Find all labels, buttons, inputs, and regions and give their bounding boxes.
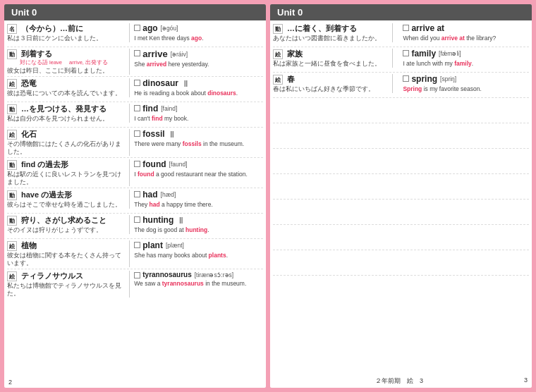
right-entry-arrive-at: 動 …に着く、到着する あなたはいつ図書館に着きましたか。 arrive at …	[273, 22, 529, 47]
icon-had: 動	[7, 190, 17, 200]
left-footer: 2	[4, 379, 266, 386]
empty-entry-5	[273, 200, 529, 225]
right-entry-family: 絵 家族 私は家族と一緒に昼食を食べました。 family [fǽməli] I…	[273, 47, 529, 73]
right-col-arrive: arrive [əráiv] She arrived here yesterda…	[130, 49, 263, 68]
checkbox-tyrannosaurus[interactable]	[134, 272, 140, 278]
left-col-plant: 絵 植物 彼女は植物に関する本をたくさん持っています。	[7, 240, 130, 267]
checkbox-arrive-at[interactable]	[403, 25, 409, 31]
ex-en-hunting: The dog is good at hunting.	[134, 226, 263, 234]
left-col-had: 動 have の過去形 彼らはそこで幸せな時を過ごしました。	[7, 190, 130, 209]
icon-arrive-at: 動	[273, 24, 283, 34]
left-header: Unit 0	[4, 4, 266, 20]
word-row-arrive: arrive [əráiv]	[134, 49, 263, 59]
entry-dinosaur: 絵 恐竜 彼は恐竜についての本を読んでいます。 dinosaur || He i…	[7, 77, 263, 102]
jp-word-ago: 名 （今から）…前に	[7, 23, 126, 34]
icon-spring: 絵	[273, 75, 283, 85]
word-row-dinosaur: dinosaur ||	[134, 78, 263, 88]
entry-find: 動 …を見つける、発見する 私は自分の本を見つけられません。 find [fai…	[7, 102, 263, 128]
checkbox-spring[interactable]	[403, 75, 409, 82]
left-col-fossil: 絵 化石 その博物館にはたくさんの化石がありました。	[7, 129, 130, 156]
icon-fossil: 絵	[7, 130, 17, 140]
ex-jp-find: 私は自分の本を見つけられません。	[7, 115, 126, 123]
ex-en-fossil: There were many fossils in the museum.	[134, 140, 263, 148]
right-title: Unit 0	[277, 7, 303, 18]
right-right-spring: spring [spriŋ] Spring is my favorite sea…	[398, 74, 529, 93]
checkbox-had[interactable]	[134, 191, 140, 197]
right-col-ago: ago [əgóu] I met Ken three days ago.	[130, 23, 263, 42]
right-content: 動 …に着く、到着する あなたはいつ図書館に着きましたか。 arrive at …	[270, 20, 532, 277]
right-entry-spring: 絵 春 春は私にいちばん好きな季節です。 spring [spriŋ] Spri…	[273, 73, 529, 98]
right-col-plant: plant [plænt] She has many books about p…	[130, 240, 263, 259]
jp-word-find: 動 …を見つける、発見する	[7, 104, 126, 114]
ex-en-had: They had a happy time there.	[134, 201, 263, 209]
entry-plant: 絵 植物 彼女は植物に関する本をたくさん持っています。 plant [plænt…	[7, 239, 263, 269]
checkbox-family[interactable]	[403, 50, 409, 56]
jp-word-fossil: 絵 化石	[7, 129, 126, 140]
checkbox-find[interactable]	[134, 105, 140, 111]
ex-jp-had: 彼らはそこで幸せな時を過ごしました。	[7, 201, 126, 209]
left-page-num: 2	[8, 379, 12, 386]
checkbox-found[interactable]	[134, 161, 140, 167]
ex-jp-family: 私は家族と一緒に昼食を食べました。	[273, 60, 389, 68]
left-col-arrive: 動 到着する 対になる語 leave arrive, 出発する 彼女は昨日、ここ…	[7, 49, 130, 75]
word-row-had: had [hæd]	[134, 190, 263, 200]
ex-jp-tyrannosaurus: 私たちは博物館でティラノサウルスを見た。	[7, 282, 126, 298]
right-col-fossil: fossil || There were many fossils in the…	[130, 129, 263, 148]
right-footer: ２年前期 絵 3 3	[270, 376, 532, 386]
ex-en-plant: She has many books about plants.	[134, 252, 263, 259]
icon-arrive: 動	[7, 49, 17, 59]
empty-entry-4	[273, 174, 529, 200]
entry-found: 動 find の過去形 私は駅の近くに良いレストランを見つけました。 found…	[7, 158, 263, 188]
icon-ago: 名	[7, 24, 17, 34]
checkbox-ago[interactable]	[134, 25, 140, 31]
right-page: Unit 0 動 …に着く、到着する あなたはいつ図書館に着きましたか。 arr…	[270, 4, 532, 388]
icon-find: 動	[7, 104, 17, 114]
ex-jp-hunting: そのイヌは狩りがじょうずです。	[7, 226, 126, 234]
checkbox-plant[interactable]	[134, 242, 140, 248]
antonym-note: 対になる語 leave arrive, 出発する	[20, 59, 126, 66]
ex-en-dinosaur: He is reading a book about dinosaurs.	[134, 90, 263, 97]
jp-word-dinosaur: 絵 恐竜	[7, 78, 126, 89]
jp-family: 絵 家族	[273, 49, 389, 59]
jp-arrive-at: 動 …に着く、到着する	[273, 23, 389, 34]
right-left-arrive-at: 動 …に着く、到着する あなたはいつ図書館に着きましたか。	[273, 23, 393, 42]
ex-en-found: I found a good restaurant near the stati…	[134, 171, 263, 178]
ex-jp-spring: 春は私にいちばん好きな季節です。	[273, 85, 389, 93]
checkbox-fossil[interactable]	[134, 130, 140, 137]
right-col-hunting: hunting || The dog is good at hunting.	[130, 215, 263, 234]
right-left-spring: 絵 春 春は私にいちばん好きな季節です。	[273, 74, 393, 93]
jp-word-tyrannosaurus: 絵 ティラノサウルス	[7, 271, 126, 281]
left-col-ago: 名 （今から）…前に 私は３日前にケンに会いました。	[7, 23, 130, 42]
checkbox-dinosaur[interactable]	[134, 80, 140, 86]
icon-plant: 絵	[7, 241, 17, 251]
ex-jp-found: 私は駅の近くに良いレストランを見つけました。	[7, 171, 126, 186]
right-col-find: find [faind] I can't find my book.	[130, 104, 263, 123]
right-left-family: 絵 家族 私は家族と一緒に昼食を食べました。	[273, 49, 393, 68]
entry-hunting: 動 狩り、さがし求めること そのイヌは狩りがじょうずです。 hunting ||…	[7, 214, 263, 239]
right-col-found: found [faund] I found a good restaurant …	[130, 159, 263, 178]
ex-jp-arrive-at: あなたはいつ図書館に着きましたか。	[273, 35, 389, 42]
icon-family: 絵	[273, 49, 283, 59]
word-row-find: find [faind]	[134, 104, 263, 114]
empty-entry-1	[273, 98, 529, 123]
right-right-arrive-at: arrive at When did you arrive at the lib…	[398, 23, 529, 42]
checkbox-hunting[interactable]	[134, 216, 140, 223]
right-footer-year: ２年前期 絵 3	[375, 376, 423, 386]
jp-word-hunting: 動 狩り、さがし求めること	[7, 215, 126, 226]
left-page: Unit 0 名 （今から）…前に 私は３日前にケンに会いました。 ago [ə…	[4, 4, 266, 388]
ex-en-ago: I met Ken three days ago.	[134, 35, 263, 42]
entry-arrive: 動 到着する 対になる語 leave arrive, 出発する 彼女は昨日、ここ…	[7, 47, 263, 77]
right-header: Unit 0	[270, 4, 532, 20]
jp-word-found: 動 find の過去形	[7, 159, 126, 170]
left-col-found: 動 find の過去形 私は駅の近くに良いレストランを見つけました。	[7, 159, 130, 186]
left-col-find: 動 …を見つける、発見する 私は自分の本を見つけられません。	[7, 104, 130, 123]
left-col-hunting: 動 狩り、さがし求めること そのイヌは狩りがじょうずです。	[7, 215, 130, 234]
ex-en-find: I can't find my book.	[134, 115, 263, 123]
icon-hunting: 動	[7, 216, 17, 226]
empty-entry-2	[273, 123, 529, 149]
left-title: Unit 0	[11, 7, 37, 18]
entry-had: 動 have の過去形 彼らはそこで幸せな時を過ごしました。 had [hæd]…	[7, 188, 263, 214]
word-row-plant: plant [plænt]	[134, 240, 263, 250]
checkbox-arrive[interactable]	[134, 50, 140, 56]
ex-en-tyrannosaurus: We saw a tyrannosaurus in the museum.	[134, 280, 263, 288]
